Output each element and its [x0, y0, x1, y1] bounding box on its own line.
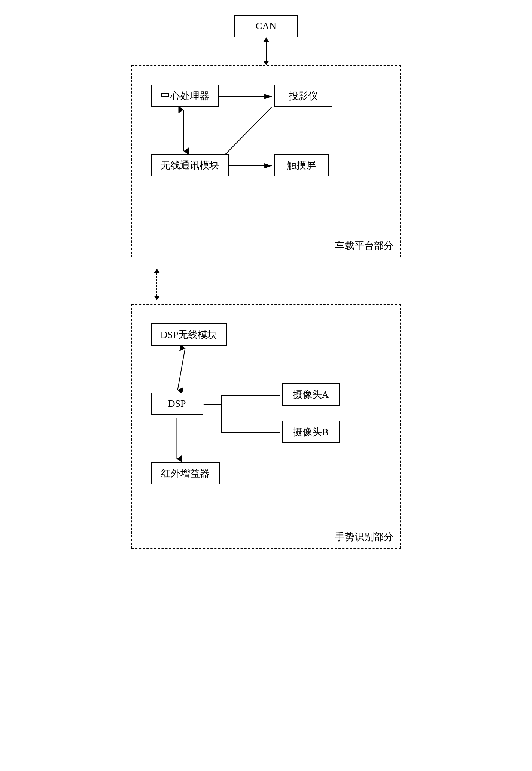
inter-section-arrow-area	[131, 269, 401, 300]
infrared-label: 红外增益器	[161, 467, 210, 480]
gesture-section: 手势识别部分	[131, 304, 401, 549]
cpu-label: 中心处理器	[161, 89, 209, 103]
dsp-wireless-box: DSP无线模块	[151, 323, 227, 346]
dsp-label: DSP	[168, 398, 186, 409]
touchscreen-box: 触摸屏	[274, 154, 329, 176]
top-section: CAN	[234, 15, 298, 65]
wireless-label: 无线通讯模块	[161, 159, 219, 172]
vehicle-section-label: 车载平台部分	[335, 239, 393, 252]
camera-a-box: 摄像头A	[282, 383, 340, 406]
can-label: CAN	[256, 21, 276, 32]
dsp-box: DSP	[151, 393, 203, 415]
gesture-arrows-svg	[147, 320, 385, 529]
dotted-arrow	[154, 269, 160, 300]
camera-a-label: 摄像头A	[293, 388, 329, 401]
cpu-box: 中心处理器	[151, 85, 219, 107]
svg-line-12	[177, 348, 185, 390]
dsp-wireless-label: DSP无线模块	[161, 328, 218, 341]
can-box: CAN	[234, 15, 298, 37]
infrared-box: 红外增益器	[151, 462, 220, 484]
touchscreen-label: 触摸屏	[287, 159, 316, 172]
diagram-container: CAN 车载平台部分	[124, 15, 408, 549]
can-to-cpu-arrow	[263, 37, 269, 65]
camera-b-label: 摄像头B	[293, 426, 328, 439]
projector-label: 投影仪	[289, 89, 318, 103]
gesture-section-label: 手势识别部分	[335, 530, 393, 543]
camera-b-box: 摄像头B	[282, 421, 340, 443]
projector-box: 投影仪	[274, 85, 332, 107]
wireless-box: 无线通讯模块	[151, 154, 229, 176]
vehicle-section: 车载平台部分	[131, 65, 401, 257]
